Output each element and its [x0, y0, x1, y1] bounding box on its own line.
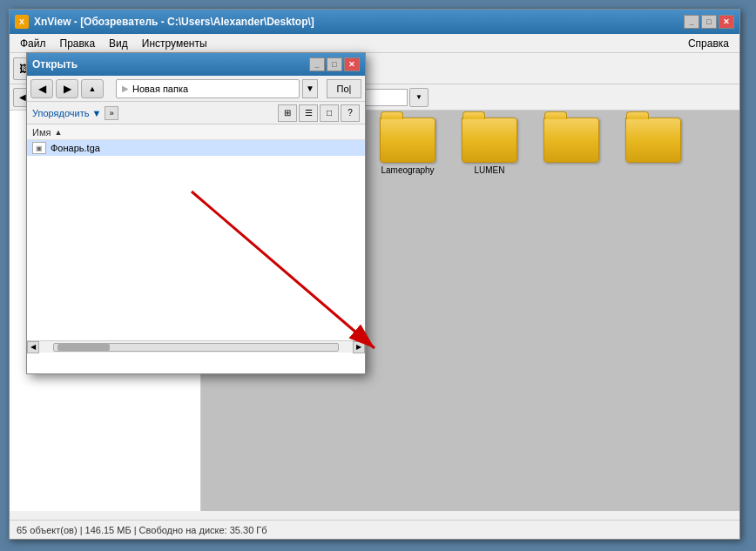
- dialog-toolbar: ◀ ▶ ▲ ▶ Новая папка ▼ По|: [27, 76, 365, 102]
- dialog-controls: _ □ ✕: [309, 57, 360, 71]
- col-name-header: Имя: [32, 127, 51, 138]
- dialog-minimize-btn[interactable]: _: [309, 57, 325, 71]
- folder-icon-big: [380, 118, 435, 163]
- dlg-back-btn[interactable]: ◀: [30, 79, 53, 98]
- dlg-view-detail-btn[interactable]: □: [320, 104, 339, 122]
- folder-name: Lameography: [381, 165, 434, 175]
- main-title: XnView - [Обозреватель - C:\Users\Alexan…: [34, 16, 684, 28]
- dialog-title: Открыть: [32, 58, 309, 71]
- dialog-organize-bar: Упорядочить ▼ » ⊞ ☰ □ ?: [27, 102, 365, 124]
- dlg-go-btn[interactable]: По|: [327, 79, 361, 98]
- folder-icon-big: [543, 118, 599, 163]
- menu-view[interactable]: Вид: [102, 36, 135, 51]
- scrollbar-track[interactable]: [53, 343, 339, 352]
- menu-help[interactable]: Справка: [681, 36, 736, 51]
- close-button[interactable]: ✕: [719, 15, 734, 29]
- main-window-controls: _ □ ✕: [684, 15, 734, 29]
- dlg-organize-btn[interactable]: Упорядочить ▼: [32, 108, 101, 118]
- app-icon: X: [15, 15, 29, 29]
- open-dialog: Открыть _ □ ✕ ◀ ▶ ▲ ▶ Новая папка ▼ По| …: [26, 52, 366, 374]
- dialog-titlebar: Открыть _ □ ✕: [27, 53, 365, 76]
- dialog-path-text: Новая папка: [132, 84, 188, 94]
- menu-file[interactable]: Файл: [13, 36, 53, 51]
- folder-icon-big: [625, 118, 681, 163]
- maximize-button[interactable]: □: [701, 15, 717, 29]
- organize-arrow: ▼: [91, 108, 101, 118]
- dlg-forward-btn[interactable]: ▶: [56, 79, 78, 98]
- dlg-help-btn[interactable]: ?: [341, 104, 360, 122]
- menu-tools[interactable]: Инструменты: [135, 36, 214, 51]
- folder-name: LUMEN: [474, 165, 504, 175]
- folder-5[interactable]: [532, 114, 611, 178]
- scroll-left-btn[interactable]: ◀: [27, 341, 39, 353]
- dialog-col-header: Имя ▲: [27, 124, 365, 140]
- folder-6[interactable]: [614, 114, 692, 178]
- dlg-filename: Фонарь.tga: [51, 143, 100, 153]
- dlg-view-list-btn[interactable]: ☰: [299, 104, 318, 122]
- menu-bar: Файл Правка Вид Инструменты Справка: [10, 34, 739, 53]
- dialog-file-item[interactable]: ▣ Фонарь.tga: [27, 140, 365, 156]
- nav-expand-btn[interactable]: ▼: [409, 88, 429, 107]
- dialog-maximize-btn[interactable]: □: [327, 57, 342, 71]
- folder-lumen[interactable]: LUMEN: [450, 114, 529, 178]
- scroll-right-btn[interactable]: ▶: [353, 341, 365, 353]
- dlg-more-btn[interactable]: »: [105, 106, 118, 120]
- status-text: 65 объект(ов) | 146.15 МБ | Свободно на …: [17, 525, 267, 535]
- dlg-view-icons-btn[interactable]: ⊞: [278, 104, 297, 122]
- dlg-img-icon: ▣: [32, 142, 46, 154]
- organize-label: Упорядочить: [32, 108, 89, 118]
- status-bar: 65 объект(ов) | 146.15 МБ | Свободно на …: [10, 520, 739, 539]
- dlg-view-buttons: ⊞ ☰ □ ?: [278, 104, 360, 122]
- minimize-button[interactable]: _: [684, 15, 699, 29]
- dlg-up-btn[interactable]: ▲: [81, 79, 104, 98]
- folder-lameography[interactable]: Lameography: [368, 114, 447, 178]
- dialog-path-box[interactable]: ▶ Новая папка: [116, 79, 300, 98]
- dialog-scrollbar-area: ◀ ▶: [27, 340, 365, 353]
- folder-icon-big: [462, 118, 517, 163]
- main-titlebar: X XnView - [Обозреватель - C:\Users\Alex…: [10, 10, 739, 34]
- scrollbar-thumb[interactable]: [57, 344, 110, 351]
- dialog-file-list: ▣ Фонарь.tga: [27, 140, 365, 340]
- menu-edit[interactable]: Правка: [53, 36, 103, 51]
- dialog-close-btn[interactable]: ✕: [344, 57, 360, 71]
- col-sort-icon: ▲: [54, 128, 62, 137]
- dlg-path-dropdown-btn[interactable]: ▼: [302, 79, 318, 98]
